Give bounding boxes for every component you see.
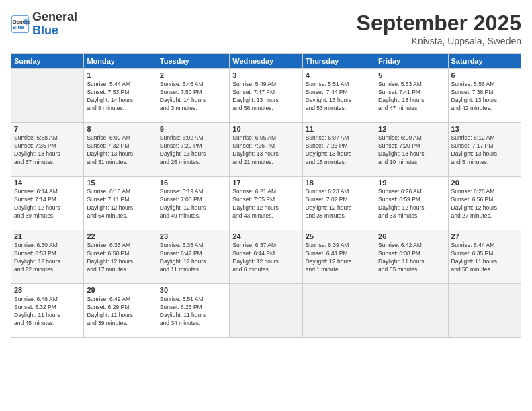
day-number: 2 bbox=[160, 71, 226, 79]
logo-text: General Blue bbox=[32, 11, 77, 38]
header-cell-wednesday: Wednesday bbox=[230, 54, 302, 69]
day-number: 7 bbox=[14, 125, 81, 133]
day-info: Sunrise: 6:02 AM Sunset: 7:29 PM Dayligh… bbox=[160, 134, 226, 167]
day-number: 22 bbox=[87, 232, 153, 240]
day-cell: 10Sunrise: 6:05 AM Sunset: 7:26 PM Dayli… bbox=[230, 123, 302, 177]
day-info: Sunrise: 6:39 AM Sunset: 6:41 PM Dayligh… bbox=[306, 242, 372, 274]
day-info: Sunrise: 5:44 AM Sunset: 7:53 PM Dayligh… bbox=[87, 81, 153, 113]
day-cell: 28Sunrise: 6:46 AM Sunset: 6:32 PM Dayli… bbox=[11, 284, 84, 338]
page: General Blue General Blue September 2025… bbox=[0, 0, 532, 411]
day-number: 30 bbox=[160, 286, 226, 294]
day-number: 15 bbox=[87, 179, 153, 187]
header: General Blue General Blue September 2025… bbox=[11, 11, 521, 46]
day-number: 11 bbox=[306, 125, 372, 133]
day-info: Sunrise: 5:56 AM Sunset: 7:38 PM Dayligh… bbox=[451, 81, 518, 113]
header-cell-tuesday: Tuesday bbox=[157, 54, 229, 69]
day-info: Sunrise: 6:44 AM Sunset: 6:35 PM Dayligh… bbox=[451, 242, 518, 274]
day-cell: 23Sunrise: 6:35 AM Sunset: 6:47 PM Dayli… bbox=[157, 230, 229, 284]
day-cell: 30Sunrise: 6:51 AM Sunset: 6:26 PM Dayli… bbox=[157, 284, 229, 338]
day-cell: 12Sunrise: 6:09 AM Sunset: 7:20 PM Dayli… bbox=[375, 123, 448, 177]
day-number: 8 bbox=[87, 125, 153, 133]
day-cell: 29Sunrise: 6:49 AM Sunset: 6:29 PM Dayli… bbox=[84, 284, 157, 338]
day-number: 21 bbox=[14, 232, 81, 240]
day-number: 1 bbox=[87, 71, 153, 79]
header-row: SundayMondayTuesdayWednesdayThursdayFrid… bbox=[11, 54, 521, 69]
week-row-5: 28Sunrise: 6:46 AM Sunset: 6:32 PM Dayli… bbox=[11, 284, 521, 338]
day-cell: 14Sunrise: 6:14 AM Sunset: 7:14 PM Dayli… bbox=[11, 177, 84, 230]
day-cell: 17Sunrise: 6:21 AM Sunset: 7:05 PM Dayli… bbox=[230, 177, 302, 230]
day-cell: 13Sunrise: 6:12 AM Sunset: 7:17 PM Dayli… bbox=[448, 123, 521, 177]
day-info: Sunrise: 6:21 AM Sunset: 7:05 PM Dayligh… bbox=[232, 188, 299, 220]
day-cell: 18Sunrise: 6:23 AM Sunset: 7:02 PM Dayli… bbox=[302, 177, 375, 230]
logo-line2: Blue bbox=[32, 24, 77, 38]
logo: General Blue General Blue bbox=[11, 11, 77, 38]
day-info: Sunrise: 6:05 AM Sunset: 7:26 PM Dayligh… bbox=[232, 134, 299, 167]
day-number: 9 bbox=[160, 125, 226, 133]
day-cell: 5Sunrise: 5:53 AM Sunset: 7:41 PM Daylig… bbox=[375, 69, 448, 123]
day-cell: 24Sunrise: 6:37 AM Sunset: 6:44 PM Dayli… bbox=[230, 230, 302, 284]
day-number: 18 bbox=[306, 179, 372, 187]
week-row-3: 14Sunrise: 6:14 AM Sunset: 7:14 PM Dayli… bbox=[11, 177, 521, 230]
day-info: Sunrise: 5:58 AM Sunset: 7:35 PM Dayligh… bbox=[14, 134, 81, 167]
day-cell: 9Sunrise: 6:02 AM Sunset: 7:29 PM Daylig… bbox=[157, 123, 229, 177]
day-cell: 7Sunrise: 5:58 AM Sunset: 7:35 PM Daylig… bbox=[11, 123, 84, 177]
week-row-4: 21Sunrise: 6:30 AM Sunset: 6:53 PM Dayli… bbox=[11, 230, 521, 284]
logo-line1: General bbox=[32, 11, 77, 24]
day-info: Sunrise: 6:00 AM Sunset: 7:32 PM Dayligh… bbox=[87, 134, 153, 167]
day-number: 24 bbox=[232, 232, 299, 240]
day-cell: 6Sunrise: 5:56 AM Sunset: 7:38 PM Daylig… bbox=[448, 69, 521, 123]
day-cell: 2Sunrise: 5:46 AM Sunset: 7:50 PM Daylig… bbox=[157, 69, 229, 123]
day-info: Sunrise: 5:53 AM Sunset: 7:41 PM Dayligh… bbox=[378, 81, 445, 113]
day-info: Sunrise: 6:07 AM Sunset: 7:23 PM Dayligh… bbox=[306, 134, 372, 167]
week-row-1: 1Sunrise: 5:44 AM Sunset: 7:53 PM Daylig… bbox=[11, 69, 521, 123]
day-number: 3 bbox=[232, 71, 299, 79]
day-number: 4 bbox=[306, 71, 372, 79]
day-cell: 22Sunrise: 6:33 AM Sunset: 6:50 PM Dayli… bbox=[84, 230, 157, 284]
day-cell bbox=[375, 284, 448, 338]
day-info: Sunrise: 5:49 AM Sunset: 7:47 PM Dayligh… bbox=[232, 81, 299, 113]
day-cell bbox=[448, 284, 521, 338]
day-info: Sunrise: 5:46 AM Sunset: 7:50 PM Dayligh… bbox=[160, 81, 226, 113]
day-number: 10 bbox=[232, 125, 299, 133]
day-info: Sunrise: 6:19 AM Sunset: 7:08 PM Dayligh… bbox=[160, 188, 226, 220]
day-number: 23 bbox=[160, 232, 226, 240]
day-number: 25 bbox=[306, 232, 372, 240]
day-cell: 11Sunrise: 6:07 AM Sunset: 7:23 PM Dayli… bbox=[302, 123, 375, 177]
day-info: Sunrise: 6:14 AM Sunset: 7:14 PM Dayligh… bbox=[14, 188, 81, 220]
day-cell: 3Sunrise: 5:49 AM Sunset: 7:47 PM Daylig… bbox=[230, 69, 302, 123]
calendar-table: SundayMondayTuesdayWednesdayThursdayFrid… bbox=[11, 53, 521, 338]
day-number: 16 bbox=[160, 179, 226, 187]
day-number: 27 bbox=[451, 232, 518, 240]
day-cell: 16Sunrise: 6:19 AM Sunset: 7:08 PM Dayli… bbox=[157, 177, 229, 230]
header-cell-monday: Monday bbox=[84, 54, 157, 69]
day-cell: 21Sunrise: 6:30 AM Sunset: 6:53 PM Dayli… bbox=[11, 230, 84, 284]
location: Knivsta, Uppsala, Sweden bbox=[357, 36, 521, 46]
header-cell-friday: Friday bbox=[375, 54, 448, 69]
day-cell: 15Sunrise: 6:16 AM Sunset: 7:11 PM Dayli… bbox=[84, 177, 157, 230]
header-cell-sunday: Sunday bbox=[11, 54, 84, 69]
title-block: September 2025 Knivsta, Uppsala, Sweden bbox=[357, 11, 521, 46]
day-cell bbox=[11, 69, 84, 123]
day-cell: 27Sunrise: 6:44 AM Sunset: 6:35 PM Dayli… bbox=[448, 230, 521, 284]
day-number: 26 bbox=[378, 232, 445, 240]
day-info: Sunrise: 6:46 AM Sunset: 6:32 PM Dayligh… bbox=[14, 295, 81, 328]
logo-icon: General Blue bbox=[11, 15, 30, 34]
day-number: 5 bbox=[378, 71, 445, 79]
day-number: 29 bbox=[87, 286, 153, 294]
day-cell: 8Sunrise: 6:00 AM Sunset: 7:32 PM Daylig… bbox=[84, 123, 157, 177]
day-cell: 20Sunrise: 6:28 AM Sunset: 6:56 PM Dayli… bbox=[448, 177, 521, 230]
day-info: Sunrise: 6:33 AM Sunset: 6:50 PM Dayligh… bbox=[87, 242, 153, 274]
day-info: Sunrise: 6:28 AM Sunset: 6:56 PM Dayligh… bbox=[451, 188, 518, 220]
week-row-2: 7Sunrise: 5:58 AM Sunset: 7:35 PM Daylig… bbox=[11, 123, 521, 177]
day-info: Sunrise: 6:42 AM Sunset: 6:38 PM Dayligh… bbox=[378, 242, 445, 274]
day-number: 20 bbox=[451, 179, 518, 187]
header-cell-thursday: Thursday bbox=[302, 54, 375, 69]
day-number: 6 bbox=[451, 71, 518, 79]
month-title: September 2025 bbox=[357, 11, 521, 36]
day-cell: 26Sunrise: 6:42 AM Sunset: 6:38 PM Dayli… bbox=[375, 230, 448, 284]
day-info: Sunrise: 6:51 AM Sunset: 6:26 PM Dayligh… bbox=[160, 295, 226, 328]
day-cell: 4Sunrise: 5:51 AM Sunset: 7:44 PM Daylig… bbox=[302, 69, 375, 123]
day-number: 28 bbox=[14, 286, 81, 294]
day-info: Sunrise: 6:09 AM Sunset: 7:20 PM Dayligh… bbox=[378, 134, 445, 167]
day-info: Sunrise: 6:26 AM Sunset: 6:59 PM Dayligh… bbox=[378, 188, 445, 220]
